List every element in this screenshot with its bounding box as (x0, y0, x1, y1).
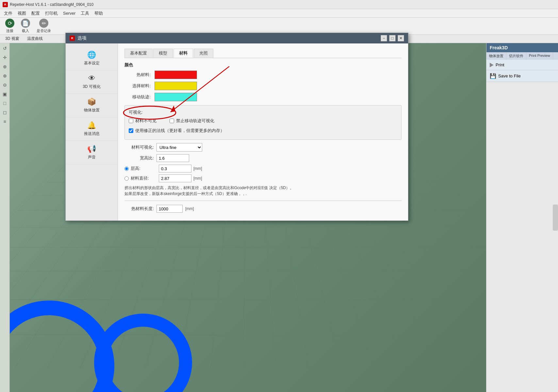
layer-height-unit: [mm] (193, 166, 202, 171)
dialog-title-bar: R 选项 − □ ✕ (66, 33, 408, 43)
tab-model[interactable]: 模型 (153, 49, 173, 58)
hot-material-row: 热材料: (124, 71, 402, 79)
description-text: 挤出材料的形状由层高，高宽比，材料直径，或者是由宽高比和Gcode中的对应E值 … (124, 185, 294, 197)
select-material-label: 选择材料: (124, 83, 151, 89)
separator (124, 201, 402, 201)
material-diameter-radio-label: 材料直径: (131, 175, 157, 181)
layer-height-radio[interactable] (124, 167, 129, 171)
dialog-nav: 🌐 基本设定 👁 3D 可视化 📦 物体放置 🔔 推送消息 📢 声 (66, 43, 118, 220)
hot-material-length-unit: [mm] (185, 206, 194, 211)
nav-basic-settings[interactable]: 🌐 基本设定 (66, 47, 118, 70)
box-nav-icon: 📦 (87, 98, 96, 106)
move-track-swatch[interactable] (155, 93, 197, 101)
aspect-ratio-input[interactable] (156, 154, 189, 162)
aspect-ratio-label: 宽高比: (124, 155, 154, 161)
hot-material-swatch[interactable] (155, 71, 197, 79)
hot-material-label: 热材料: (124, 72, 151, 78)
dialog-overlay: R 选项 − □ ✕ 🌐 基本设定 👁 3D 可视化 (0, 0, 558, 392)
close-button[interactable]: ✕ (398, 35, 404, 41)
disable-move-track-label: 禁止移动轨迹可视化 (176, 118, 214, 124)
nav-object-placement[interactable]: 📦 物体放置 (66, 94, 118, 117)
select-material-swatch[interactable] (155, 82, 197, 90)
visibility-label: 可视化: (129, 109, 397, 115)
minimize-button[interactable]: − (381, 35, 387, 41)
material-diameter-row: 材料直径: [mm] (124, 174, 402, 182)
dialog-body: 🌐 基本设定 👁 3D 可视化 📦 物体放置 🔔 推送消息 📢 声 (66, 43, 408, 220)
nav-push-label: 推送消息 (84, 131, 100, 137)
tab-basic-config[interactable]: 基本配置 (124, 49, 153, 58)
options-dialog: R 选项 − □ ✕ 🌐 基本设定 👁 3D 可视化 (65, 33, 408, 221)
dialog-content-tabs: 基本配置 模型 材料 光照 (124, 49, 402, 58)
material-invisible-label: 材料不可见 (135, 118, 156, 124)
material-diameter-unit: [mm] (193, 176, 202, 181)
material-diameter-radio[interactable] (124, 176, 129, 181)
maximize-button[interactable]: □ (389, 35, 396, 41)
material-viz-row: 材料可视化: Ultra fine Fine Normal Coarse (124, 143, 402, 152)
material-invisible-checkbox[interactable] (129, 119, 133, 123)
use-fixed-normals-checkbox[interactable] (129, 128, 133, 133)
aspect-ratio-row: 宽高比: (124, 154, 402, 162)
nav-object-label: 物体放置 (84, 107, 100, 113)
dialog-title: 选项 (77, 35, 87, 41)
material-viz-select[interactable]: Ultra fine Fine Normal Coarse (156, 143, 202, 152)
globe-icon: 🌐 (87, 51, 96, 59)
dialog-logo: R (70, 36, 75, 41)
dialog-title-left: R 选项 (70, 35, 87, 41)
material-viz-label: 材料可视化: (124, 144, 154, 150)
nav-3d-viz[interactable]: 👁 3D 可视化 (66, 70, 118, 94)
speaker-icon: 📢 (87, 145, 96, 153)
color-section-label: 颜色 (124, 62, 402, 68)
visibility-section: 可视化: 材料不可见 (124, 105, 402, 140)
tab-lighting[interactable]: 光照 (194, 49, 213, 58)
bell-icon: 🔔 (87, 121, 96, 130)
layer-height-radio-label: 层高: (131, 166, 157, 172)
material-diameter-input[interactable] (159, 174, 191, 182)
dialog-controls: − □ ✕ (381, 35, 404, 41)
nav-push-message[interactable]: 🔔 推送消息 (66, 117, 118, 141)
disable-move-track-row: 禁止移动轨迹可视化 (170, 118, 214, 124)
hot-material-length-row: 热材料长度: [mm] (124, 205, 402, 213)
move-track-label: 移动轨迹: (124, 94, 151, 100)
layer-height-row: 层高: [mm] (124, 165, 402, 172)
use-fixed-normals-row: 使用修正的法线（更好看，但需要更多的内存） (129, 128, 397, 134)
disable-move-track-checkbox[interactable] (170, 119, 174, 123)
nav-sound-label: 声音 (88, 155, 96, 160)
select-material-row: 选择材料: (124, 82, 402, 90)
move-track-row: 移动轨迹: (124, 93, 402, 101)
use-fixed-normals-label: 使用修正的法线（更好看，但需要更多的内存） (135, 128, 224, 134)
layer-height-input[interactable] (159, 165, 191, 172)
dialog-content: 基本配置 模型 材料 光照 颜色 热材料: 选择材料: 移动轨迹: (118, 43, 408, 220)
hot-material-length-input[interactable] (156, 205, 183, 213)
nav-sound[interactable]: 📢 声音 (66, 141, 118, 164)
tab-material[interactable]: 材料 (173, 49, 193, 58)
hot-material-length-label: 热材料长度: (124, 206, 154, 212)
eye-icon: 👁 (88, 74, 95, 83)
material-invisible-row: 材料不可见 (129, 118, 156, 124)
checkbox-area: 材料不可见 禁止移动轨迹可视化 (129, 118, 397, 126)
nav-3dviz-label: 3D 可视化 (83, 84, 101, 90)
nav-basic-label: 基本设定 (84, 60, 100, 66)
